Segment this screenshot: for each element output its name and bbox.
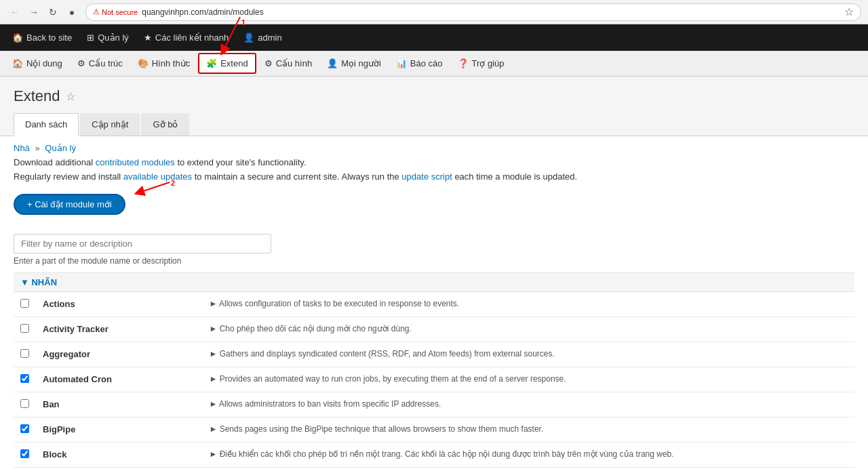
module-name: Block <box>36 443 202 468</box>
reload-button[interactable]: ↻ <box>45 4 61 20</box>
module-group-header[interactable]: ▼ NHÃN <box>14 272 854 292</box>
svg-line-2 <box>139 182 170 192</box>
description-2: Regularly review and install available u… <box>14 171 854 182</box>
toolbar-hinh-thuc[interactable]: 🎨 Hình thức <box>131 54 197 73</box>
table-row: Activity Tracker► Cho phép theo dõi các … <box>14 317 854 342</box>
available-updates-link[interactable]: available updates <box>123 171 192 182</box>
module-name: BigPipe <box>36 417 202 443</box>
moi-nguoi-icon: 👤 <box>327 58 338 68</box>
toolbar-moi-nguoi[interactable]: 👤 Mọi người <box>320 54 388 73</box>
grid-icon: ⊞ <box>87 33 94 43</box>
module-description: ► Cho phép theo dõi các nội dung mới cho… <box>202 317 854 342</box>
bao-cao-icon: 📊 <box>396 58 407 68</box>
module-checkbox-activity-tracker[interactable] <box>20 324 29 333</box>
module-checkbox-aggregator[interactable] <box>20 349 29 358</box>
person-icon: 👤 <box>243 33 254 43</box>
bookmark-star-icon[interactable]: ☆ <box>844 5 854 18</box>
tab-danh-sach[interactable]: Danh sách <box>14 113 79 136</box>
module-description: ► Sends pages using the BigPipe techniqu… <box>202 417 854 443</box>
filter-input[interactable] <box>14 234 271 253</box>
cau-truc-icon: ⚙ <box>77 58 85 68</box>
module-table: Actions► Allows configuration of tasks t… <box>14 292 854 469</box>
browser-chrome: ← → ↻ ● ⚠ Not secure quangvinhpn.com/adm… <box>0 0 868 24</box>
main-content: Nhà » Quản lý Download additional contri… <box>0 136 868 469</box>
arrow-annotation-2: 2 <box>125 179 180 199</box>
toolbar-bao-cao[interactable]: 📊 Báo cáo <box>389 54 450 73</box>
not-secure-indicator: ⚠ Not secure <box>93 7 138 16</box>
page-header: Extend ☆ <box>0 77 868 105</box>
admin-toolbar: 🏠 Back to site ⊞ Quản lý ★ Các liên kết … <box>0 24 868 51</box>
warning-icon: ⚠ <box>93 7 100 16</box>
module-description: ► Allows administrators to ban visits fr… <box>202 392 854 417</box>
extend-icon: 🧩 <box>206 58 217 68</box>
module-name: Ban <box>36 392 202 417</box>
table-row: Automated Cron► Provides an automated wa… <box>14 367 854 392</box>
hinh-thuc-icon: 🎨 <box>138 58 149 68</box>
module-name: Actions <box>36 292 202 317</box>
cau-hinh-icon: ⚙ <box>264 58 273 68</box>
module-description: ► Điều khiển các khối cho phép bố trí nề… <box>202 443 854 468</box>
table-row: Block► Điều khiển các khối cho phép bố t… <box>14 443 854 468</box>
tro-giup-icon: ❓ <box>458 58 469 68</box>
toolbar-extend[interactable]: 🧩 Extend 1 <box>198 53 256 74</box>
table-row: Actions► Allows configuration of tasks t… <box>14 292 854 317</box>
description-1: Download additional contributed modules … <box>14 157 854 167</box>
module-checkbox-automated-cron[interactable] <box>20 374 29 383</box>
tab-bar: Danh sách Cập nhật Gỡ bỏ <box>0 105 868 136</box>
update-script-link[interactable]: update script <box>401 171 452 182</box>
back-to-site-button[interactable]: 🏠 Back to site <box>5 28 79 47</box>
module-description: ► Gathers and displays syndicated conten… <box>202 342 854 367</box>
page-title: Extend <box>14 87 60 105</box>
module-description: ► Provides an automated way to run cron … <box>202 367 854 392</box>
favorite-star-icon[interactable]: ☆ <box>66 90 75 103</box>
module-checkbox-bigpipe[interactable] <box>20 424 29 433</box>
filter-hint: Enter a part of the module name or descr… <box>14 256 854 266</box>
breadcrumb: Nhà » Quản lý <box>14 136 854 157</box>
cac-lien-ket-nhanh-button[interactable]: ★ Các liên kết nhanh <box>137 28 235 47</box>
module-description: ► Allows configuration of tasks to be ex… <box>202 292 854 317</box>
breadcrumb-parent-link[interactable]: Quản lý <box>45 143 76 153</box>
module-checkbox-block[interactable] <box>20 449 29 458</box>
install-button-container: + Cài đặt module mới 2 <box>14 186 125 223</box>
url-text: quangvinhpn.com/admin/modules <box>142 7 263 17</box>
module-checkbox-ban[interactable] <box>20 399 29 408</box>
module-checkbox-actions[interactable] <box>20 299 29 308</box>
tab-cap-nhat[interactable]: Cập nhật <box>80 113 140 136</box>
contributed-modules-link[interactable]: contributed modules <box>96 157 175 167</box>
admin-button[interactable]: 👤 admin <box>237 28 288 47</box>
toolbar-tro-giup[interactable]: ❓ Trợ giúp <box>451 54 511 73</box>
module-name: Activity Tracker <box>36 317 202 342</box>
toolbar-noi-dung[interactable]: 🏠 Nội dung <box>5 54 69 73</box>
breadcrumb-separator: » <box>35 143 39 153</box>
breadcrumb-home-link[interactable]: Nhà <box>14 143 30 153</box>
home-button[interactable]: ● <box>64 4 80 20</box>
filter-section: Enter a part of the module name or descr… <box>14 234 854 266</box>
address-bar[interactable]: ⚠ Not secure quangvinhpn.com/admin/modul… <box>85 3 861 21</box>
noi-dung-icon: 🏠 <box>12 58 23 68</box>
install-module-button[interactable]: + Cài đặt module mới <box>14 194 125 215</box>
toolbar-cau-truc[interactable]: ⚙ Cấu trúc <box>71 54 130 73</box>
table-row: BigPipe► Sends pages using the BigPipe t… <box>14 417 854 443</box>
home-icon: 🏠 <box>12 33 23 43</box>
module-name: Aggregator <box>36 342 202 367</box>
secondary-toolbar: 🏠 Nội dung ⚙ Cấu trúc 🎨 Hình thức 🧩 Exte… <box>0 51 868 77</box>
browser-nav-buttons: ← → ↻ ● <box>7 4 80 20</box>
forward-button[interactable]: → <box>26 4 42 20</box>
quan-ly-button[interactable]: ⊞ Quản lý <box>80 28 136 47</box>
module-name: Automated Cron <box>36 367 202 392</box>
back-button[interactable]: ← <box>7 4 23 20</box>
table-row: Ban► Allows administrators to ban visits… <box>14 392 854 417</box>
page-content: Extend ☆ Danh sách Cập nhật Gỡ bỏ Nhà » … <box>0 77 868 469</box>
star-icon: ★ <box>144 33 152 43</box>
toolbar-cau-hinh[interactable]: ⚙ Cấu hình <box>258 54 319 73</box>
table-row: Aggregator► Gathers and displays syndica… <box>14 342 854 367</box>
tab-go-bo[interactable]: Gỡ bỏ <box>141 113 189 136</box>
